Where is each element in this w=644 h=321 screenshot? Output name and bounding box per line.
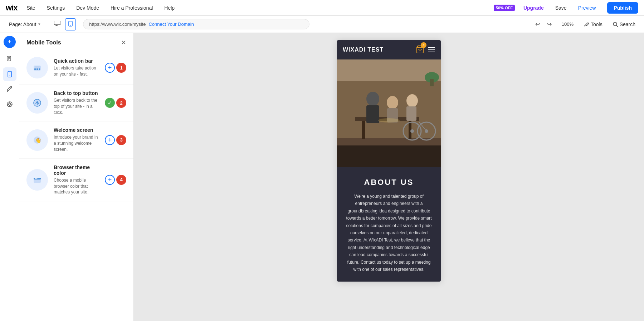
pages-icon xyxy=(6,56,13,63)
tool-item-browser-theme: Browser theme color Choose a mobile brow… xyxy=(19,159,133,201)
cart-count-badge: 0 xyxy=(421,42,426,48)
browser-theme-text: Browser theme color Choose a mobile brow… xyxy=(54,164,99,195)
svg-text:👋: 👋 xyxy=(35,138,42,144)
quick-action-icon xyxy=(32,63,42,73)
view-toggle-group xyxy=(51,18,76,30)
nav-hire-professional[interactable]: Hire a Professional xyxy=(108,4,155,12)
browser-theme-actions: + 4 xyxy=(105,175,126,185)
nav-site[interactable]: Site xyxy=(24,4,37,12)
mobile-tools-sidebar-button[interactable] xyxy=(3,67,16,81)
search-icon xyxy=(613,21,618,27)
back-to-top-icon xyxy=(32,98,42,108)
svg-point-51 xyxy=(410,129,414,133)
apps-button[interactable] xyxy=(3,97,16,111)
svg-rect-0 xyxy=(54,21,60,25)
quick-action-bar-desc: Let visitors take action on your site - … xyxy=(54,65,99,77)
tool-item-welcome-screen: 👋 Welcome screen Introduce your brand in… xyxy=(19,121,133,158)
svg-point-46 xyxy=(406,94,418,107)
nav-dev-mode[interactable]: Dev Mode xyxy=(74,4,101,12)
upgrade-link[interactable]: Upgrade xyxy=(523,5,544,11)
design-button[interactable] xyxy=(3,82,16,96)
browser-theme-icon-circle xyxy=(26,169,48,191)
page-selector[interactable]: Page: About ▾ xyxy=(6,20,44,29)
svg-rect-32 xyxy=(38,178,38,179)
zoom-control[interactable]: 100% xyxy=(559,20,576,28)
welcome-screen-icon-circle: 👋 xyxy=(26,129,48,151)
mobile-preview-frame: WIXADI TEST 0 xyxy=(337,40,441,282)
quick-action-bar-actions: + 1 xyxy=(105,63,126,73)
nav-settings[interactable]: Settings xyxy=(45,4,67,12)
preview-button[interactable]: Preview xyxy=(578,5,596,11)
pages-button[interactable] xyxy=(3,52,16,66)
mobile-site-title: WIXADI TEST xyxy=(343,47,384,53)
tool-item-quick-action-bar: Quick action bar Let visitors take actio… xyxy=(19,51,133,85)
back-to-top-text: Back to top button Get visitors back to … xyxy=(54,90,99,115)
hero-scene-svg xyxy=(337,59,441,167)
svg-point-56 xyxy=(378,118,400,123)
chevron-down-icon: ▾ xyxy=(38,22,40,27)
undo-redo-group: ↩ ↪ xyxy=(532,19,555,30)
mobile-site-header: WIXADI TEST 0 xyxy=(337,40,441,59)
add-element-button[interactable]: + xyxy=(4,36,16,48)
browser-theme-desc: Choose a mobile browser color that match… xyxy=(54,177,99,195)
top-navigation: wix Site Settings Dev Mode Hire a Profes… xyxy=(0,0,644,16)
tool-item-back-to-top: Back to top button Get visitors back to … xyxy=(19,85,133,121)
svg-point-42 xyxy=(366,92,379,106)
panel-header: Mobile Tools ✕ xyxy=(19,33,133,51)
svg-rect-21 xyxy=(34,68,36,70)
browser-theme-name: Browser theme color xyxy=(54,164,99,176)
url-bar: https://www.wix.com/mysite Connect Your … xyxy=(83,19,309,29)
quick-action-bar-text: Quick action bar Let visitors take actio… xyxy=(54,58,99,77)
redo-button[interactable]: ↪ xyxy=(544,19,555,30)
desktop-view-button[interactable] xyxy=(51,18,64,30)
svg-rect-30 xyxy=(34,178,41,179)
save-button[interactable]: Save xyxy=(555,5,567,11)
check-icon: ✓ xyxy=(105,98,115,108)
wix-logo: wix xyxy=(6,3,17,13)
nav-help[interactable]: Help xyxy=(162,4,177,12)
svg-line-6 xyxy=(616,25,618,27)
panel-title: Mobile Tools xyxy=(26,39,61,46)
panel-close-button[interactable]: ✕ xyxy=(121,39,126,47)
svg-rect-54 xyxy=(430,79,434,86)
about-description: We're a young and talented group of entr… xyxy=(344,193,434,273)
browser-theme-icon xyxy=(32,175,42,185)
cart-icon-wrapper: 0 xyxy=(416,45,424,54)
step-4-badge: 4 xyxy=(116,175,126,185)
quick-action-bar-add-button[interactable]: + xyxy=(105,63,115,73)
mobile-hero-image xyxy=(337,59,441,167)
svg-rect-31 xyxy=(35,178,37,179)
page-label: Page: About xyxy=(9,21,36,27)
quick-action-bar-name: Quick action bar xyxy=(54,58,99,64)
svg-rect-23 xyxy=(39,68,40,70)
back-to-top-actions: ✓ 2 xyxy=(105,98,126,108)
mobile-view-button[interactable] xyxy=(65,18,76,30)
hamburger-menu-icon xyxy=(428,47,435,52)
svg-rect-47 xyxy=(406,106,416,121)
step-3-badge: 3 xyxy=(116,135,126,145)
welcome-screen-actions: + 3 xyxy=(105,135,126,145)
welcome-screen-text: Welcome screen Introduce your brand in a… xyxy=(54,127,99,152)
svg-point-44 xyxy=(387,96,398,109)
tools-icon xyxy=(584,21,589,27)
back-to-top-icon-circle xyxy=(26,92,48,114)
browser-theme-add-button[interactable]: + xyxy=(105,175,115,185)
svg-point-15 xyxy=(9,103,11,105)
back-to-top-desc: Get visitors back to the top of your sit… xyxy=(54,97,99,115)
svg-rect-22 xyxy=(36,68,38,70)
connect-domain-link[interactable]: Connect Your Domain xyxy=(149,21,194,27)
svg-rect-43 xyxy=(366,105,379,123)
editor-canvas: WIXADI TEST 0 xyxy=(134,33,644,321)
left-sidebar: + xyxy=(0,33,19,321)
quick-action-icon-circle xyxy=(26,57,48,78)
search-button[interactable]: Search xyxy=(610,20,638,29)
mobile-icon xyxy=(6,71,13,78)
step-2-badge: 2 xyxy=(116,98,126,108)
mobile-tools-panel: Mobile Tools ✕ Quick action bar Let visi… xyxy=(19,33,134,321)
about-title: ABOUT US xyxy=(344,178,434,187)
tools-button[interactable]: Tools xyxy=(581,20,605,29)
welcome-screen-add-button[interactable]: + xyxy=(105,135,115,145)
undo-button[interactable]: ↩ xyxy=(532,19,543,30)
svg-rect-33 xyxy=(39,178,39,179)
publish-button[interactable]: Publish xyxy=(607,2,638,14)
